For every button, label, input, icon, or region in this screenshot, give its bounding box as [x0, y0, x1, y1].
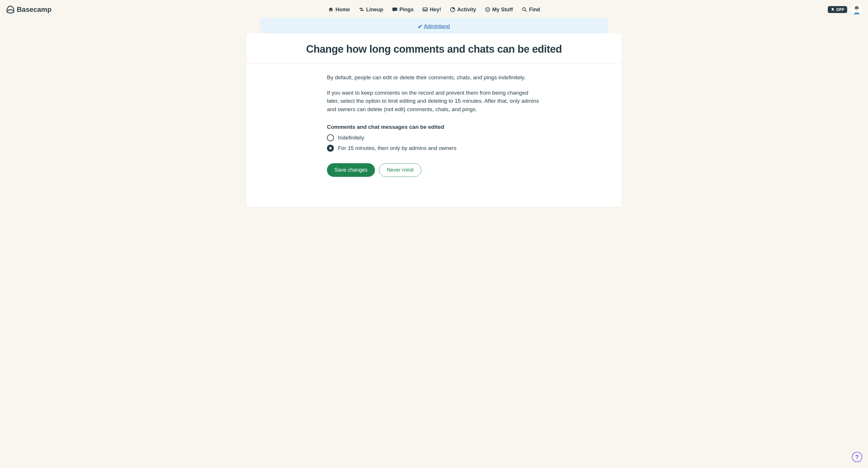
intro-text-2: If you want to keep comments on the reco… — [327, 89, 541, 114]
svg-line-7 — [525, 10, 527, 12]
section-label: Comments and chat messages can be edited — [327, 124, 541, 130]
svg-rect-11 — [855, 8, 859, 9]
key-icon — [418, 24, 423, 29]
nav-mystuff[interactable]: My Stuff — [485, 7, 513, 13]
svg-line-14 — [421, 25, 422, 26]
svg-point-3 — [486, 7, 490, 12]
save-button[interactable]: Save changes — [327, 163, 375, 177]
notifications-toggle[interactable]: OFF — [828, 6, 847, 13]
nav-lineup[interactable]: Lineup — [359, 7, 383, 13]
form-actions: Save changes Never mind — [327, 163, 541, 177]
basecamp-logo-icon — [6, 5, 15, 14]
bell-off-icon — [831, 7, 835, 11]
radio-option-indefinitely[interactable]: Indefinitely — [327, 134, 541, 141]
settings-card: Change how long comments and chats can b… — [247, 33, 621, 207]
nav-home[interactable]: Home — [328, 7, 350, 13]
radio-label: Indefinitely — [338, 135, 364, 141]
topbar: Basecamp Home Lineup Pings Hey! — [0, 0, 868, 18]
card-header: Change how long comments and chats can b… — [247, 33, 621, 64]
card-body: By default, people can edit or delete th… — [321, 64, 547, 187]
help-button[interactable]: ? — [852, 452, 862, 462]
intro-text-1: By default, people can edit or delete th… — [327, 74, 541, 82]
header-right: OFF — [828, 4, 862, 15]
user-avatar[interactable] — [851, 4, 862, 15]
brand-name: Basecamp — [17, 5, 52, 13]
nav-pings[interactable]: Pings — [392, 7, 413, 13]
radio-indicator — [327, 145, 334, 152]
activity-icon — [450, 7, 456, 12]
search-icon — [522, 7, 527, 12]
page-title: Change how long comments and chats can b… — [252, 43, 616, 55]
svg-rect-1 — [360, 10, 364, 11]
nav-hey[interactable]: Hey! — [422, 7, 441, 13]
brand-logo[interactable]: Basecamp — [6, 5, 52, 14]
main-nav: Home Lineup Pings Hey! Activity — [328, 7, 540, 13]
smiley-icon — [485, 7, 491, 12]
cancel-button[interactable]: Never mind — [379, 163, 421, 177]
svg-point-5 — [488, 9, 489, 9]
svg-point-4 — [487, 9, 487, 9]
pings-icon — [392, 7, 398, 12]
lineup-icon — [359, 7, 364, 12]
adminland-link[interactable]: Adminland — [418, 23, 450, 30]
home-icon — [328, 7, 334, 12]
svg-rect-0 — [359, 8, 363, 9]
nav-activity[interactable]: Activity — [450, 7, 476, 13]
nav-find[interactable]: Find — [522, 7, 540, 13]
radio-indicator — [327, 134, 334, 141]
radio-label: For 15 minutes, then only by admins and … — [338, 145, 457, 151]
radio-option-limited[interactable]: For 15 minutes, then only by admins and … — [327, 145, 541, 152]
svg-point-6 — [523, 7, 525, 10]
inbox-icon — [422, 7, 428, 12]
